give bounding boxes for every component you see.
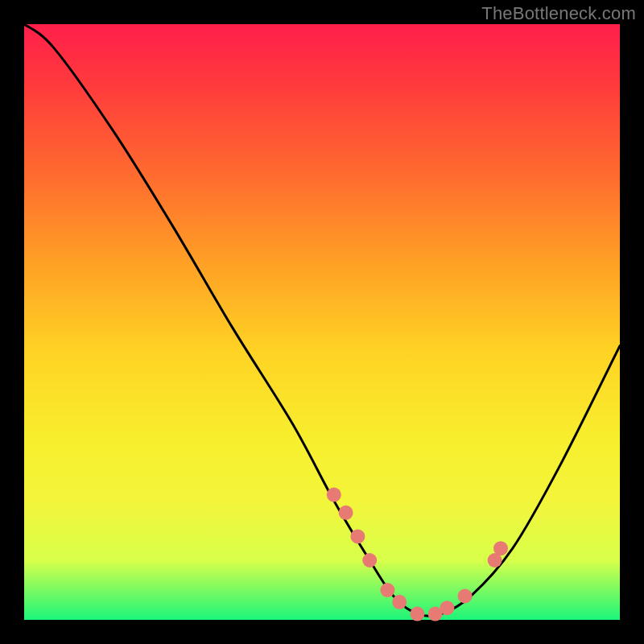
marker-point bbox=[350, 529, 365, 543]
marker-point bbox=[410, 607, 424, 621]
marker-point bbox=[339, 506, 353, 520]
marker-point bbox=[440, 601, 454, 615]
plot-area bbox=[24, 24, 620, 620]
chart-svg bbox=[24, 24, 620, 620]
watermark-text: TheBottleneck.com bbox=[481, 3, 636, 24]
marker-point bbox=[327, 488, 341, 502]
bottleneck-curve bbox=[24, 24, 620, 616]
highlight-markers bbox=[327, 488, 508, 621]
marker-point bbox=[362, 553, 377, 568]
marker-point bbox=[380, 583, 394, 597]
marker-point bbox=[458, 588, 473, 603]
marker-point bbox=[493, 541, 508, 555]
marker-point bbox=[392, 595, 407, 609]
chart-frame: TheBottleneck.com bbox=[0, 0, 644, 644]
